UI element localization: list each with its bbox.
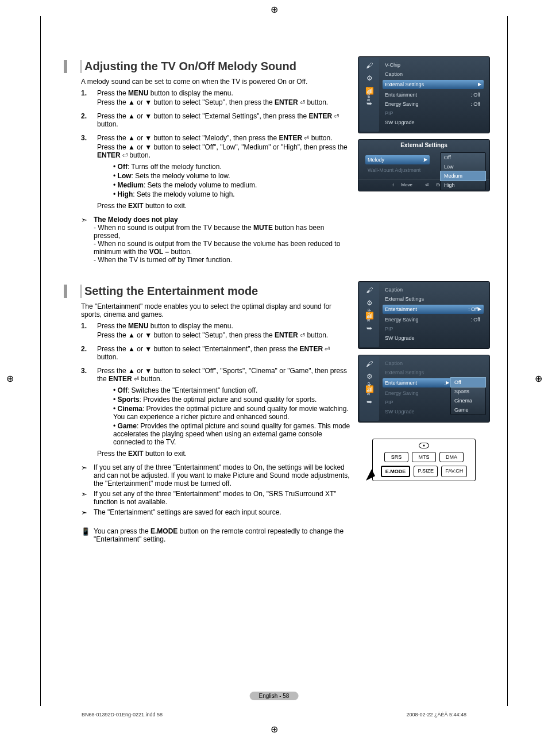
enter-icon: ⏎ (122, 152, 128, 159)
step3-line1: Press the ▲ or ▼ button to select "Melod… (97, 134, 352, 142)
paint-icon: 🖌 (366, 62, 373, 70)
input-icon: ➥ (366, 324, 372, 332)
bullet-off: Off: Turns off the melody function. (113, 163, 352, 171)
osd-row-entertainment[interactable]: Entertainment: Off (383, 305, 484, 314)
step-number: 3. (81, 367, 97, 459)
note-icon: ➣ (81, 508, 94, 517)
enter-icon: ⏎ (334, 113, 339, 120)
s2-step1-line2: Press the ▲ or ▼ button to select "Setup… (97, 331, 352, 339)
option-low[interactable]: Low (441, 162, 485, 171)
note-icon: ➣ (81, 490, 94, 506)
step2-line1: Press the ▲ or ▼ button to select "Exter… (97, 112, 352, 128)
enter-icon: ⏎ (325, 346, 330, 352)
enter-icon: ⏎ (134, 375, 139, 382)
callout-arrow-icon (365, 468, 379, 482)
crop-mark-right: ⊕ (533, 374, 543, 384)
osd-row-external-settings[interactable]: External Settings (383, 80, 484, 89)
remote-diagram: SRS MTS DMA E.MODE P.SIZE FAV.CH (372, 439, 476, 481)
option-sports[interactable]: Sports (451, 387, 485, 396)
melody-options[interactable]: Off Low Medium High (440, 152, 486, 190)
s2-step2-line1: Press the ▲ or ▼ button to select "Enter… (97, 345, 352, 361)
remote-btn-dma[interactable]: DMA (439, 452, 464, 462)
paint-icon: 🖌 (366, 360, 373, 368)
osd-row-external-settings: External Settings (383, 368, 486, 377)
note-timer: - When the TV is turned off by Timer fun… (94, 256, 352, 264)
page-number: English - 58 (250, 692, 299, 700)
section2-intro: The "Entertainment" mode enables you to … (81, 302, 352, 318)
osd-setup-entertainment: Setup 🖌 ⚙ 📶 ➥ Caption External Settings … (358, 281, 490, 349)
ir-led-icon (419, 443, 429, 448)
note-icon: ➣ (81, 463, 94, 488)
s2-step3-line1: Press the ▲ or ▼ button to select "Off",… (97, 367, 352, 383)
osd-entertainment-submenu: Setup 🖌 ⚙ 📶 ➥ Caption External Settings … (358, 355, 490, 423)
osd-row-vchip: V-Chip (383, 60, 486, 70)
osd-row-entertainment: Entertainment: Off (383, 90, 486, 99)
osd-row-caption: Caption (383, 285, 486, 294)
note-srs: If you set any of the three "Entertainme… (94, 490, 352, 506)
step-number: 1. (81, 89, 97, 108)
step1-line1: Press the MENU button to display the men… (97, 89, 352, 97)
note-locked: If you set any of the three "Entertainme… (94, 463, 352, 488)
s2-step1-line1: Press the MENU button to display the men… (97, 322, 352, 330)
osd-row-swupgrade: SW Upgrade (383, 118, 486, 127)
remote-btn-emode[interactable]: E.MODE (381, 466, 411, 477)
remote-tip: You can press the E.MODE button on the r… (94, 527, 352, 543)
remote-btn-psize[interactable]: P.SIZE (414, 466, 438, 477)
osd-side-label: Setup (366, 382, 371, 395)
enter-icon: ⏎ (425, 182, 429, 187)
osd-row-pip: PIP (383, 109, 486, 118)
option-medium[interactable]: Medium (440, 171, 486, 181)
remote-btn-favch[interactable]: FAV.CH (441, 466, 467, 477)
osd-side-label: Setup (366, 308, 371, 321)
osd-setup-external-settings: Setup 🖌 ⚙ 📶 ➥ V-Chip Caption External Se… (358, 56, 490, 133)
option-off[interactable]: Off (450, 377, 486, 387)
section2-title: Setting the Entertainment mode (82, 285, 352, 298)
remote-btn-mts[interactable]: MTS (412, 452, 436, 462)
step-number: 3. (81, 134, 97, 211)
osd-title: External Settings (358, 140, 489, 152)
bullet-sports: Sports: Provides the optimal picture and… (113, 396, 352, 404)
bullet-off: Off: Switches the "Entertainment" functi… (113, 386, 352, 394)
section1-title: Adjusting the TV On/Off Melody Sound (82, 60, 352, 73)
step-number: 2. (81, 345, 97, 362)
enter-icon: ⏎ (300, 332, 305, 339)
osd-side-label: Setup (366, 88, 371, 101)
crop-mark-left: ⊕ (5, 374, 15, 384)
gear-icon: ⚙ (366, 74, 373, 82)
osd-row-energy-saving: Energy Saving: Off (383, 315, 486, 324)
note-volmin: - When no sound is output from the TV be… (94, 240, 352, 256)
bullet-game: Game: Provides the optimal picture and s… (113, 422, 352, 446)
s2-exit-line: Press the EXIT button to exit. (97, 450, 352, 458)
bullet-cinema: Cinema: Provides the optimal picture and… (113, 405, 352, 421)
note-persource: The "Entertainment" settings are saved f… (94, 508, 352, 517)
remote-btn-srs[interactable]: SRS (384, 452, 408, 462)
osd-row-external-settings: External Settings (383, 294, 486, 304)
gear-icon: ⚙ (366, 299, 373, 307)
step1-line2: Press the ▲ or ▼ button to select "Setup… (97, 98, 352, 106)
note-title: The Melody does not play (94, 216, 352, 224)
osd-row-entertainment[interactable]: Entertainment: (383, 378, 451, 387)
option-off[interactable]: Off (441, 153, 485, 162)
osd-row-pip: PIP (383, 324, 486, 333)
osd-row-melody[interactable]: Melody: (365, 155, 430, 164)
entertainment-options[interactable]: Off Sports Cinema Game (450, 377, 486, 415)
crop-mark-bottom: ⊕ (269, 724, 279, 735)
gear-icon: ⚙ (366, 373, 373, 381)
option-high[interactable]: High (441, 181, 485, 190)
step-number: 1. (81, 322, 97, 340)
section1-intro: A melody sound can be set to come on whe… (81, 78, 352, 86)
osd-row-energy-saving: Energy Saving: Off (383, 99, 486, 109)
bullet-low: Low: Sets the melody volume to low. (113, 172, 352, 180)
option-game[interactable]: Game (451, 405, 485, 415)
note-mute: - When no sound is output from the TV be… (94, 224, 352, 240)
osd-row-caption: Caption (383, 70, 486, 79)
osd-row-caption: Caption (383, 359, 486, 368)
bullet-medium: Medium: Sets the melody volume to medium… (113, 181, 352, 189)
footer-filename: BN68-01392D-01Eng-0221.indd 58 (82, 712, 163, 717)
updown-icon: ↕ (392, 182, 394, 187)
option-cinema[interactable]: Cinema (451, 396, 485, 405)
bullet-high: High: Sets the melody volume to high. (113, 190, 352, 198)
osd-melody-submenu: External Settings Melody: Wall-Mount Adj… (358, 139, 490, 191)
osd-row-swupgrade: SW Upgrade (383, 333, 486, 343)
paint-icon: 🖌 (366, 286, 373, 294)
